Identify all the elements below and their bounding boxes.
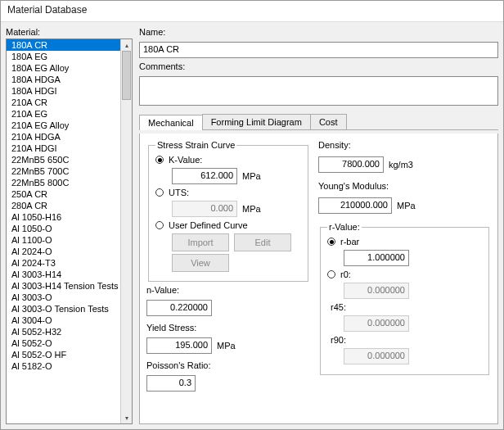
list-item[interactable]: 280A CR (7, 200, 120, 211)
r90-field: 0.000000 (344, 348, 409, 364)
material-listbox[interactable]: 180A CR180A EG180A EG Alloy180A HDGA180A… (6, 38, 133, 424)
list-item[interactable]: Al 1100-O (7, 234, 120, 246)
comments-field[interactable] (139, 76, 498, 106)
r45-field: 0.000000 (344, 315, 409, 332)
yield-field[interactable]: 195.000 (146, 337, 212, 354)
material-list-panel: Material: 180A CR180A EG180A EG Alloy180… (6, 27, 133, 424)
list-item[interactable]: Al 5052-O HF (7, 349, 120, 360)
list-item[interactable]: Al 2024-O (7, 246, 120, 257)
nvalue-label: n-Value: (146, 285, 310, 295)
list-item[interactable]: Al 3003-H14 (7, 269, 120, 280)
material-database-window: Material Database Material: 180A CR180A … (0, 0, 504, 430)
kvalue-unit: MPa (242, 171, 261, 181)
scroll-down-icon[interactable]: ▾ (121, 412, 132, 423)
window-title: Material Database (1, 1, 503, 22)
uts-unit: MPa (242, 204, 261, 214)
density-label: Density: (318, 140, 491, 150)
r45-label: r45: (331, 302, 346, 312)
list-item[interactable]: 210A HDGI (7, 143, 120, 154)
tab-bar: Mechanical Forming Limit Diagram Cost (139, 114, 498, 130)
window-body: Material: 180A CR180A EG180A EG Alloy180… (1, 22, 503, 429)
yield-unit: MPa (217, 341, 236, 351)
stress-strain-group: Stress Strain Curve K-Value: 612.000 MPa… (148, 140, 308, 282)
poisson-label: Poisson's Ratio: (146, 360, 310, 370)
material-scrollbar[interactable]: ▴ ▾ (120, 39, 132, 423)
list-item[interactable]: 22MnB5 700C (7, 165, 120, 177)
list-item[interactable]: Al 3003-O Tension Tests (7, 303, 120, 315)
nvalue-field[interactable]: 0.220000 (146, 300, 212, 316)
list-item[interactable]: 180A HDGA (7, 74, 120, 85)
uts-field: 0.000 (172, 201, 237, 217)
list-item[interactable]: 210A EG Alloy (7, 120, 120, 131)
material-label: Material: (6, 27, 133, 37)
density-unit: kg/m3 (389, 160, 413, 170)
uts-label: UTS: (169, 188, 189, 197)
comments-label: Comments: (139, 61, 498, 71)
import-button[interactable]: Import (172, 233, 229, 251)
rbar-field[interactable]: 1.000000 (344, 250, 409, 266)
list-item[interactable]: 210A HDGA (7, 131, 120, 143)
list-item[interactable]: 180A EG (7, 51, 120, 62)
list-item[interactable]: 250A CR (7, 188, 120, 200)
view-button[interactable]: View (172, 254, 229, 272)
list-item[interactable]: 22MnB5 650C (7, 154, 120, 165)
rvalue-legend: r-Value: (327, 222, 362, 232)
kvalue-radio[interactable] (155, 156, 164, 164)
list-item[interactable]: Al 5182-O (7, 360, 120, 372)
list-item[interactable]: Al 3003-O (7, 292, 120, 303)
r0-field: 0.000000 (344, 283, 409, 299)
list-item[interactable]: 180A HDGI (7, 85, 120, 97)
list-item[interactable]: 180A CR (7, 39, 120, 51)
kvalue-label: K-Value: (169, 155, 202, 165)
kvalue-field[interactable]: 612.000 (172, 168, 237, 184)
mechanical-panel: Stress Strain Curve K-Value: 612.000 MPa… (139, 134, 498, 424)
list-item[interactable]: Al 3004-O (7, 315, 120, 326)
tab-fld[interactable]: Forming Limit Diagram (202, 114, 311, 129)
list-item[interactable]: Al 1050-H16 (7, 211, 120, 223)
list-item[interactable]: 210A CR (7, 97, 120, 108)
rbar-label: r-bar (340, 237, 359, 247)
list-item[interactable]: Al 1050-O (7, 223, 120, 234)
ssc-legend: Stress Strain Curve (155, 140, 236, 150)
scroll-up-icon[interactable]: ▴ (121, 39, 132, 51)
uts-radio[interactable] (155, 188, 164, 197)
name-label: Name: (139, 27, 498, 37)
tab-mechanical[interactable]: Mechanical (139, 115, 203, 130)
user-curve-radio[interactable] (155, 221, 164, 229)
user-curve-label: User Defined Curve (169, 220, 248, 230)
list-item[interactable]: Al 5052-O (7, 337, 120, 349)
list-item[interactable]: Al 3003-H14 Tension Tests (7, 280, 120, 292)
list-item[interactable]: Al 5052-H32 (7, 326, 120, 337)
list-item[interactable]: Al 2024-T3 (7, 257, 120, 269)
youngs-field[interactable]: 210000.000 (318, 197, 392, 214)
detail-panel: Name: 180A CR Comments: Mechanical Formi… (139, 27, 498, 424)
rvalue-group: r-Value: r-bar 1.000000 r0: (320, 222, 489, 375)
density-field[interactable]: 7800.000 (318, 156, 384, 173)
youngs-label: Young's Modulus: (318, 181, 491, 191)
poisson-field[interactable]: 0.3 (146, 375, 196, 392)
rbar-radio[interactable] (327, 238, 335, 246)
r90-label: r90: (331, 335, 346, 345)
list-item[interactable]: 210A EG (7, 108, 120, 120)
r0-label: r0: (340, 269, 351, 279)
youngs-unit: MPa (397, 201, 416, 210)
name-field[interactable]: 180A CR (139, 42, 498, 58)
scroll-thumb[interactable] (122, 51, 131, 100)
yield-label: Yield Stress: (146, 323, 310, 333)
list-item[interactable]: 22MnB5 800C (7, 177, 120, 188)
edit-button[interactable]: Edit (234, 233, 291, 251)
r0-radio[interactable] (327, 270, 335, 278)
tab-cost[interactable]: Cost (310, 114, 347, 129)
list-item[interactable]: 180A EG Alloy (7, 62, 120, 74)
